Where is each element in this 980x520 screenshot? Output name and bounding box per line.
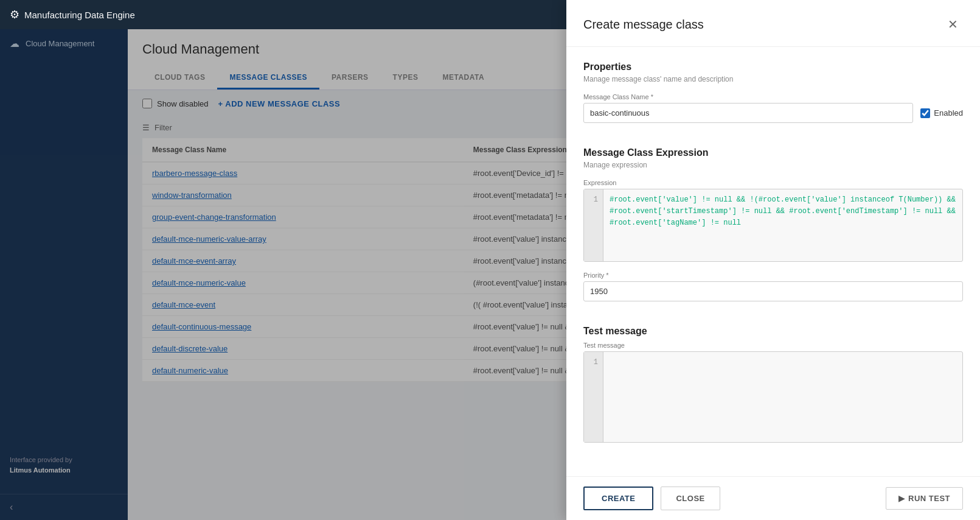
- close-button[interactable]: CLOSE: [661, 487, 720, 510]
- expression-subtitle: Manage expression: [583, 161, 963, 169]
- expression-line-numbers: 1: [584, 189, 603, 261]
- expression-editor[interactable]: 1 #root.event['value'] != null && !(#roo…: [583, 189, 963, 262]
- priority-group: Priority *: [583, 272, 963, 301]
- test-message-section: Test message Test message 1: [583, 326, 963, 443]
- priority-section: Priority *: [583, 272, 963, 301]
- app-title: Manufacturing Data Engine: [24, 10, 135, 20]
- panel-title: Create message class: [583, 18, 704, 32]
- properties-section: Properties Manage message class' name an…: [583, 61, 963, 123]
- enabled-row: Enabled: [920, 99, 963, 118]
- test-message-code[interactable]: [603, 352, 962, 442]
- name-group: Message Class Name *: [583, 93, 913, 123]
- panel-close-button[interactable]: ✕: [943, 15, 963, 34]
- enabled-label: Enabled: [934, 108, 963, 118]
- expression-code[interactable]: #root.event['value'] != null && !(#root.…: [603, 189, 962, 261]
- app-icon: ⚙: [10, 8, 19, 21]
- test-message-editor[interactable]: 1: [583, 351, 963, 443]
- footer-left-buttons: CREATE CLOSE: [583, 487, 720, 510]
- enabled-checkbox[interactable]: [920, 108, 930, 118]
- priority-label: Priority *: [583, 272, 963, 279]
- message-class-name-input[interactable]: [583, 103, 913, 123]
- priority-input[interactable]: [583, 281, 963, 301]
- expression-section: Message Class Expression Manage expressi…: [583, 147, 963, 262]
- run-test-label: RUN TEST: [908, 494, 950, 503]
- right-panel: Create message class ✕ Properties Manage…: [566, 0, 980, 520]
- name-row: Message Class Name * Enabled: [583, 93, 963, 123]
- properties-subtitle: Manage message class' name and descripti…: [583, 75, 963, 83]
- panel-body: Properties Manage message class' name an…: [566, 47, 980, 476]
- test-message-label: Test message: [583, 342, 963, 349]
- name-label: Message Class Name *: [583, 93, 913, 100]
- run-test-icon: ▶: [898, 494, 905, 503]
- run-test-button[interactable]: ▶ RUN TEST: [886, 487, 964, 510]
- panel-footer: CREATE CLOSE ▶ RUN TEST: [566, 476, 980, 520]
- create-button[interactable]: CREATE: [583, 487, 653, 510]
- expression-label: Expression: [583, 179, 963, 186]
- expression-title: Message Class Expression: [583, 147, 963, 158]
- test-message-title: Test message: [583, 326, 963, 337]
- test-message-line-numbers: 1: [584, 352, 603, 442]
- panel-header: Create message class ✕: [566, 0, 980, 47]
- properties-title: Properties: [583, 61, 963, 72]
